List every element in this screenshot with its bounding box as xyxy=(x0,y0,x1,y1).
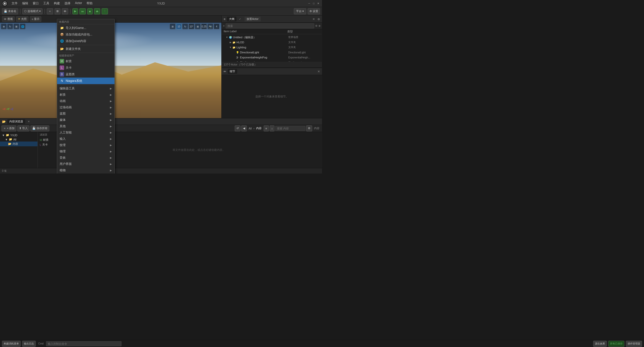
menu-build[interactable]: 构建 xyxy=(52,1,62,6)
outliner-item-hlod[interactable]: ▶ 📁 HLOD 文件夹 xyxy=(222,40,322,45)
mode-label: 选项模式 xyxy=(27,9,38,13)
menu-window[interactable]: 窗口 xyxy=(31,1,41,6)
outliner-item-skyatm[interactable]: 🌤 SkyAtmosphere SkyAtmosphere xyxy=(222,60,322,62)
coord-btn[interactable]: 🌐 xyxy=(20,24,25,29)
outliner-toolbar: ≡ ⚙ ⊕ xyxy=(222,23,322,29)
ctx-user-interface[interactable]: 用户界面 ▶ xyxy=(57,161,114,167)
outliner-item-untitled[interactable]: ▼ 🌍 Untitled（编辑器） 世界场景 xyxy=(222,35,322,40)
ctx-texture[interactable]: 纹理 ▶ xyxy=(57,142,114,148)
ctx-material[interactable]: M 材质 xyxy=(57,58,114,64)
ctx-animation[interactable]: 动画 ▶ xyxy=(57,98,114,104)
ctx-editor-tools[interactable]: 编辑器工具 ▶ xyxy=(57,85,114,92)
cb-add-btn[interactable]: ＋ + 添加 xyxy=(2,125,16,131)
cb-search-input[interactable] xyxy=(275,126,305,131)
add-btn[interactable]: ＋ xyxy=(47,8,53,14)
settings-btn[interactable]: ⚙ 设置 xyxy=(308,8,320,14)
close-btn[interactable]: ✕ xyxy=(316,2,320,5)
eject-btn[interactable]: ⏏ xyxy=(94,8,100,14)
cb-import-btn[interactable]: ⬆ 导入 xyxy=(17,125,29,131)
cb-sort-btn[interactable]: ↕ xyxy=(270,125,275,131)
ctx-niagara[interactable]: N Niagara系统 xyxy=(57,78,114,84)
ctx-physics-label: 物理 xyxy=(60,149,66,154)
outliner-search[interactable] xyxy=(226,23,314,28)
expand-hlod[interactable]: ▶ xyxy=(229,41,232,44)
menu-select[interactable]: 选择 xyxy=(62,1,72,6)
rotate-btn[interactable]: ↻ xyxy=(7,24,13,29)
ctx-texture-arrow: ▶ xyxy=(110,144,112,147)
menu-actor[interactable]: Actor xyxy=(73,1,84,6)
ctx-other[interactable]: 其他 ▶ xyxy=(57,123,114,129)
outliner-add-btn[interactable]: ⊕ xyxy=(318,24,320,27)
panel-options-btn[interactable]: ⊕ xyxy=(317,17,320,21)
translate-btn[interactable]: ⊕ xyxy=(1,24,7,29)
ctx-input[interactable]: 输入 ▶ xyxy=(57,136,114,142)
ctx-blueprint2[interactable]: 蓝图 ▶ xyxy=(57,111,114,117)
ctx-sound[interactable]: 音效 ▶ xyxy=(57,155,114,161)
perspective-btn[interactable]: 👁 透视 xyxy=(2,16,15,22)
ctx-add-feature[interactable]: 📦 添加功能或内容包... xyxy=(57,31,114,38)
outliner-item-dirlight[interactable]: 💡 DirectionalLight DirectionalLight xyxy=(222,50,322,55)
mode-btn[interactable]: ⬡ 选项模式 ▾ xyxy=(22,8,43,14)
content-browser-tab[interactable]: 内容浏览器 xyxy=(7,119,25,124)
ctx-physics[interactable]: 物理 ▶ xyxy=(57,148,114,155)
folder-root[interactable]: ▼ 📁 YXJD xyxy=(0,133,37,137)
ctx-new-folder[interactable]: 📂 新建文件夹 xyxy=(57,46,114,52)
ctx-level[interactable]: L 关卡 xyxy=(57,64,114,71)
skip-btn[interactable]: ⏭ xyxy=(79,8,86,14)
cb-settings-btn[interactable]: ⚙ xyxy=(306,125,312,131)
scale-btn[interactable]: ⊠ xyxy=(14,24,19,29)
menu-help[interactable]: 帮助 xyxy=(85,1,95,6)
ctx-materials[interactable]: 材质 ▶ xyxy=(57,92,114,98)
ctx-blueprint[interactable]: B 蓝图类 xyxy=(57,71,114,78)
folder-content[interactable]: 📂 内容 xyxy=(0,142,37,146)
stop-btn[interactable]: ■ xyxy=(87,8,93,14)
place-actor-tab[interactable]: 放置Actor xyxy=(245,17,261,21)
rotate-grid[interactable]: ↻ xyxy=(182,24,188,29)
scale-size[interactable]: 0.25 xyxy=(201,24,207,29)
platform-btn[interactable]: 平台 ▾ xyxy=(294,8,306,14)
play-btn[interactable]: ▶ xyxy=(72,8,78,14)
maximize-btn[interactable]: □ xyxy=(312,2,315,5)
ctx-add-quixel[interactable]: 🌐 添加Quixel内容 xyxy=(57,38,114,44)
outliner-item-fog[interactable]: 🌫 ExponentialHeightFog ExponentialHeigh.… xyxy=(222,55,322,60)
expand-lighting[interactable]: ▼ xyxy=(229,46,232,49)
cam-speed[interactable]: 4 xyxy=(214,24,219,29)
grid-toggle[interactable]: ⊞ xyxy=(170,24,175,29)
folder-root-label: YXJD xyxy=(10,134,17,137)
more-play-btn[interactable]: ⋮ xyxy=(102,8,108,14)
camera-btn[interactable]: 📷 xyxy=(208,24,213,29)
grid-size[interactable]: 10 xyxy=(176,24,182,29)
cb-path-sep: › xyxy=(253,127,254,130)
grid-btn[interactable]: ⊞ xyxy=(55,8,60,14)
expand-untitled[interactable]: ▼ xyxy=(225,36,229,39)
favorites-section: 收藏内容 xyxy=(57,20,114,24)
save-btn[interactable]: 💾 未命名 xyxy=(2,8,18,14)
ctx-cinematic[interactable]: 过场动画 ▶ xyxy=(57,104,114,111)
cb-refresh-btn[interactable]: ↺ xyxy=(235,125,240,131)
ctx-foliage[interactable]: 植物 ▶ xyxy=(57,167,114,174)
folder-all[interactable]: ▼ 📁 All xyxy=(0,137,37,142)
minimize-btn[interactable]: ─ xyxy=(307,2,311,5)
menu-edit[interactable]: 编辑 xyxy=(20,1,30,6)
view-btn[interactable]: 👁 xyxy=(62,8,68,14)
ctx-import-game[interactable]: 📁 导入到/Game... xyxy=(57,25,114,31)
cb-filter-btn[interactable]: ≡ xyxy=(264,125,269,131)
lighting-btn[interactable]: ☀ 光照 xyxy=(16,16,28,22)
cb-back-btn[interactable]: ◀ xyxy=(241,125,247,131)
show-btn[interactable]: ≡ 显示 xyxy=(30,16,41,22)
menu-file[interactable]: 文件 xyxy=(10,1,20,6)
rotate-size[interactable]: 10° xyxy=(189,24,194,29)
menu-tools[interactable]: 工具 xyxy=(41,1,51,6)
cb-save-btn[interactable]: 💾 保存所有 xyxy=(30,125,49,131)
cb-close-btn[interactable]: ✕ xyxy=(28,120,30,123)
scale-grid[interactable]: ⊠ xyxy=(195,24,200,29)
panel-close-btn[interactable]: ✕ xyxy=(312,17,315,21)
outliner-tab[interactable]: 大纲 xyxy=(227,17,236,21)
outliner-filter-btn[interactable]: ≡ xyxy=(223,24,225,27)
ctx-ai[interactable]: 人工智能 ▶ xyxy=(57,129,114,136)
ctx-media[interactable]: 媒体 ▶ xyxy=(57,117,114,123)
details-close-btn[interactable]: ✕ xyxy=(317,70,320,73)
outliner-item-lighting[interactable]: ▼ 📁 Lighting 文件夹 xyxy=(222,45,322,50)
outliner-settings-btn[interactable]: ⚙ xyxy=(315,24,317,27)
details-tab[interactable]: 细节 xyxy=(228,69,237,74)
